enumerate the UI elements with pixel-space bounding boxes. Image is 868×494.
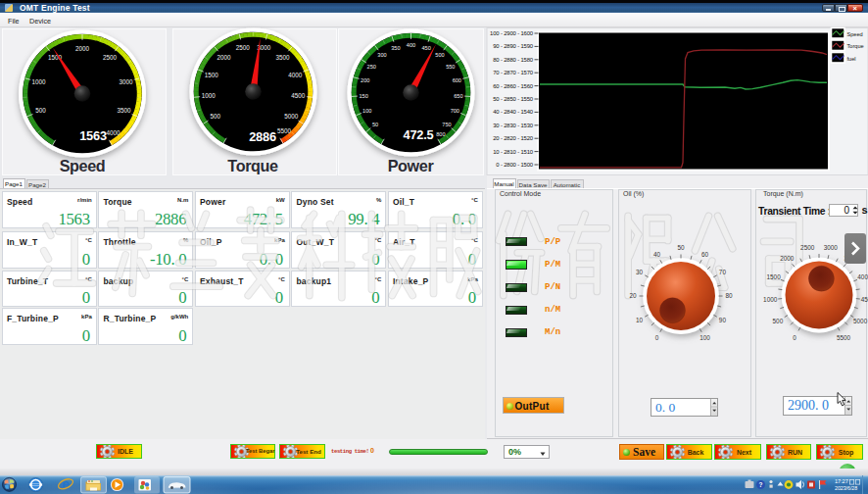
svg-text:100: 100: [699, 334, 710, 341]
svg-text:0: 0: [793, 334, 796, 341]
svg-text:80: 80: [725, 292, 733, 299]
svg-text:20: 20: [629, 292, 637, 299]
svg-text:40: 40: [653, 251, 661, 258]
svg-text:4000: 4000: [857, 273, 868, 280]
svg-text:4500: 4500: [861, 296, 868, 303]
svg-text:0: 0: [655, 334, 659, 341]
svg-text:5000: 5000: [853, 318, 868, 324]
svg-text:1500: 1500: [766, 273, 781, 280]
svg-text:1000: 1000: [763, 296, 778, 303]
svg-text:500: 500: [773, 318, 784, 324]
svg-text:5500: 5500: [837, 334, 851, 341]
svg-text:2500: 2500: [800, 244, 815, 251]
svg-text:2000: 2000: [780, 255, 795, 262]
svg-text:30: 30: [636, 269, 644, 275]
svg-text:90: 90: [719, 317, 727, 323]
svg-text:50: 50: [677, 244, 685, 251]
svg-text:70: 70: [719, 269, 727, 275]
svg-text:?: ?: [759, 481, 763, 488]
svg-text:3000: 3000: [824, 244, 839, 251]
svg-text:10: 10: [636, 317, 644, 323]
svg-text:60: 60: [701, 251, 709, 258]
